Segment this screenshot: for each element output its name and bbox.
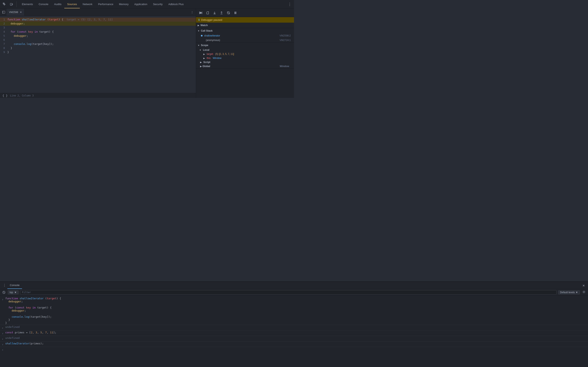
nav-tab-elements[interactable]: Elements [19, 0, 36, 8]
device-icon[interactable] [9, 1, 14, 7]
file-tab-close-icon[interactable]: ✕ [20, 11, 22, 13]
call-stack-item-shallow[interactable]: shallowIterator VM2598:2 [196, 33, 294, 38]
nav-tab-application[interactable]: Application [131, 0, 150, 8]
script-section-header[interactable]: Script [196, 60, 294, 64]
scope-this-key: this: [207, 57, 211, 59]
line-number-6: 6 [0, 38, 7, 42]
svg-rect-7 [199, 12, 200, 14]
call-stack-fn-name: shallowIterator [204, 34, 220, 37]
watch-section: Watch [196, 23, 294, 28]
local-arrow-icon [199, 49, 201, 51]
scope-target-val: (5) [215, 53, 218, 55]
svg-rect-18 [234, 12, 235, 14]
nav-tab-performance[interactable]: Performance [95, 0, 116, 8]
nav-tab-network[interactable]: Network [80, 0, 95, 8]
pause-exceptions-button[interactable] [232, 10, 238, 16]
svg-marker-6 [200, 12, 202, 14]
deactivate-breakpoints-button[interactable] [225, 10, 232, 16]
line-number-3: 3 [0, 26, 7, 30]
line-number-7: 7 [0, 42, 7, 46]
left-panel: VM2598 ✕ ⋮ 1 function shallowIterator (t… [0, 8, 196, 98]
nav-tabs: Elements Console Audits Sources Network … [19, 0, 187, 8]
step-out-button[interactable] [218, 10, 225, 16]
watch-arrow-icon [198, 24, 199, 26]
scope-target-arr: [2, 3, 5, 7, 11] [219, 53, 234, 55]
call-stack-section: Call Stack shallowIterator VM2598:2 (ano… [196, 28, 294, 43]
global-label: Global [203, 65, 210, 68]
code-line-1: 1 function shallowIterator (target) { ta… [0, 17, 196, 22]
code-line-8: 8 } [0, 46, 196, 50]
line-content-4: for (const key in target) { [7, 30, 196, 34]
line-content-5: debugger; [7, 34, 196, 38]
step-over-button[interactable] [205, 10, 211, 16]
code-editor[interactable]: 1 function shallowIterator (target) { ta… [0, 16, 196, 93]
sources-panel-icon[interactable] [1, 9, 7, 15]
scope-label: Scope [201, 44, 208, 47]
global-arrow-icon [200, 65, 202, 67]
svg-rect-4 [2, 11, 5, 13]
nav-tab-adblock[interactable]: Adblock Plus [165, 0, 186, 8]
svg-rect-19 [236, 12, 236, 14]
nav-tab-security[interactable]: Security [150, 0, 165, 8]
debugger-paused-banner: ℹ Debugger paused [196, 17, 294, 23]
inspect-icon[interactable] [2, 1, 7, 7]
paused-message: Debugger paused [201, 18, 222, 21]
code-line-5: 5 debugger; [0, 34, 196, 38]
call-stack-arrow-icon [198, 30, 200, 32]
scope-target-key: target: [207, 53, 214, 55]
nav-tab-audits[interactable]: Audits [51, 0, 64, 8]
active-frame-dot [201, 35, 203, 36]
top-nav-bar: Elements Console Audits Sources Network … [0, 0, 294, 8]
code-line-6: 6 [0, 38, 196, 42]
script-label: Script [203, 61, 210, 64]
global-section-header[interactable]: Global Window [196, 64, 294, 68]
scope-section: Scope Local target: (5) [2, 3, 5, 7, 11]… [196, 43, 294, 68]
line-number-1: 1 [0, 17, 7, 22]
line-content-9: } [7, 50, 196, 54]
nav-tab-sources[interactable]: Sources [64, 0, 80, 8]
watch-section-header[interactable]: Watch [196, 23, 294, 28]
right-panel: ℹ Debugger paused Watch Call Stack shall… [196, 8, 294, 98]
step-into-button[interactable] [212, 10, 218, 16]
main-layout: VM2598 ✕ ⋮ 1 function shallowIterator (t… [0, 8, 294, 98]
file-tab-vm2598[interactable]: VM2598 ✕ [7, 8, 25, 16]
nav-tab-memory[interactable]: Memory [116, 0, 131, 8]
more-options-icon[interactable]: ⋮ [285, 2, 294, 6]
call-stack-location-1: VM2724:1 [279, 39, 291, 42]
resume-button[interactable] [198, 10, 204, 16]
call-stack-item-anonymous[interactable]: (anonymous) VM2724:1 [196, 38, 294, 42]
code-line-3: 3 [0, 26, 196, 30]
local-section-header[interactable]: Local [196, 48, 294, 52]
code-line-2: 2 debugger; [0, 22, 196, 26]
line-number-2: 2 [0, 22, 7, 26]
nav-divider [16, 1, 17, 7]
scope-this-item[interactable]: this: Window [196, 56, 294, 60]
call-stack-label: Call Stack [201, 29, 213, 32]
target-arrow-icon [203, 53, 205, 55]
line-number-9: 9 [0, 50, 7, 54]
nav-tab-console[interactable]: Console [36, 0, 51, 8]
scope-arrow-icon [198, 44, 200, 47]
scope-this-val: Window [213, 57, 222, 59]
call-stack-section-header[interactable]: Call Stack [196, 28, 294, 33]
line-content-2: debugger; [7, 22, 196, 26]
this-arrow-icon [203, 57, 205, 59]
watch-label: Watch [200, 24, 208, 27]
info-icon: ℹ [199, 18, 199, 21]
scope-section-header[interactable]: Scope [196, 43, 294, 48]
file-tab-name: VM2598 [9, 11, 18, 14]
sources-more-icon[interactable]: ⋮ [190, 9, 196, 15]
line-number-4: 4 [0, 30, 7, 34]
scope-target-item[interactable]: target: (5) [2, 3, 5, 7, 11] [196, 52, 294, 56]
line-number-8: 8 [0, 46, 7, 50]
line-content-1: function shallowIterator (target) { targ… [7, 17, 196, 22]
local-label: Local [203, 49, 209, 51]
line-content-8: } [7, 46, 196, 50]
svg-rect-2 [12, 4, 13, 5]
format-icon[interactable]: { } [2, 94, 8, 97]
script-arrow-icon [200, 61, 202, 63]
cursor-position: Line 2, Column 3 [10, 94, 34, 97]
svg-rect-8 [202, 12, 202, 14]
status-bar: { } Line 2, Column 3 [0, 93, 196, 98]
code-line-9: 9 } [0, 50, 196, 54]
